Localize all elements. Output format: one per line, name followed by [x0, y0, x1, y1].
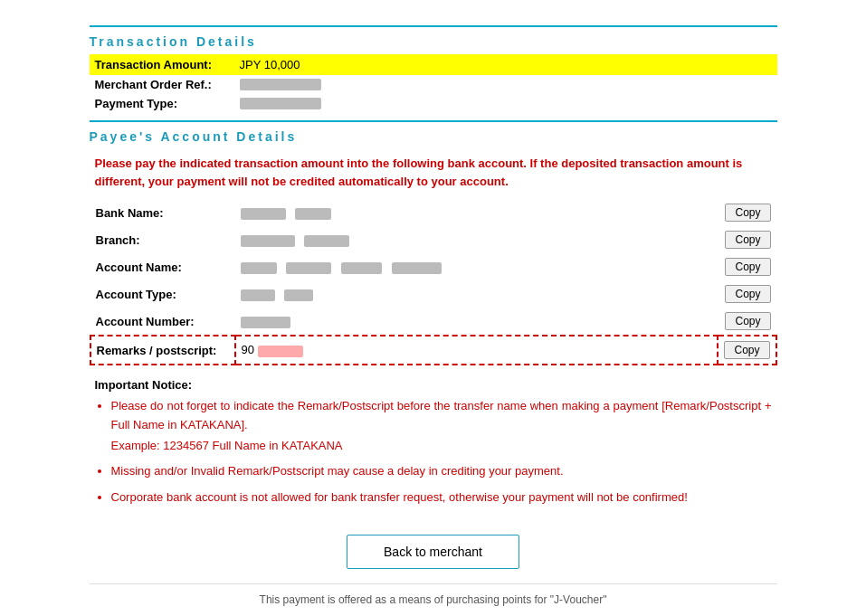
notice-item-1: Please do not forget to indicate the Rem…	[111, 397, 772, 455]
notice-example-1: Example: 1234567 Full Name in KATAKANA	[111, 437, 772, 456]
back-btn-container: Back to merchant	[90, 535, 777, 569]
merchant-order-label: Merchant Order Ref.:	[95, 78, 240, 91]
account-number-value	[235, 308, 718, 336]
account-name-label: Account Name:	[90, 253, 235, 280]
bank-name-copy-button[interactable]: Copy	[725, 204, 770, 222]
section1-title: Transaction Details	[90, 34, 777, 49]
notice-item-2: Missing and/or Invalid Remark/Postscript…	[111, 462, 772, 481]
section2-title: Payee's Account Details	[90, 129, 777, 144]
account-number-copy-button[interactable]: Copy	[725, 312, 770, 330]
notice-text-1: Please do not forget to indicate the Rem…	[111, 399, 772, 431]
notice-item-3: Corporate bank account is not allowed fo…	[111, 488, 772, 507]
warning-text: Please pay the indicated transaction amo…	[95, 155, 772, 190]
remarks-copy-button[interactable]: Copy	[724, 341, 769, 359]
branch-copy-button[interactable]: Copy	[725, 231, 770, 249]
bank-name-copy-cell: Copy	[718, 199, 776, 226]
notice-text-3: Corporate bank account is not allowed fo…	[111, 490, 688, 504]
account-number-label: Account Number:	[90, 308, 235, 336]
remarks-copy-cell: Copy	[718, 336, 776, 365]
back-to-merchant-button[interactable]: Back to merchant	[347, 535, 519, 569]
transaction-amount-label: Transaction Amount:	[95, 58, 240, 71]
branch-label: Branch:	[90, 226, 235, 253]
account-type-copy-cell: Copy	[718, 280, 776, 308]
footer-text: This payment is offered as a means of pu…	[90, 583, 777, 606]
account-type-label: Account Type:	[90, 280, 235, 308]
middle-divider	[90, 120, 777, 122]
merchant-order-row: Merchant Order Ref.:	[90, 75, 777, 94]
merchant-order-value	[240, 79, 321, 90]
account-name-value	[235, 253, 718, 280]
account-type-row: Account Type: Copy	[90, 280, 776, 308]
bank-name-row: Bank Name: Copy	[90, 199, 776, 226]
payment-type-label: Payment Type:	[95, 97, 240, 110]
payment-type-row: Payment Type:	[90, 94, 777, 113]
transaction-amount-value: JPY 10,000	[240, 58, 300, 71]
bank-name-value	[235, 199, 718, 226]
branch-row: Branch: Copy	[90, 226, 776, 253]
account-name-copy-button[interactable]: Copy	[725, 258, 770, 276]
notice-list: Please do not forget to indicate the Rem…	[111, 397, 772, 507]
account-name-row: Account Name: Copy	[90, 253, 776, 280]
account-number-row: Account Number: Copy	[90, 308, 776, 336]
important-notice-label: Important Notice:	[95, 378, 772, 392]
account-name-copy-cell: Copy	[718, 253, 776, 280]
account-details-table: Bank Name: Copy Branch: Copy Account Nam	[90, 199, 777, 365]
top-divider	[90, 25, 777, 27]
account-number-copy-cell: Copy	[718, 308, 776, 336]
remarks-row: Remarks / postscript: 90 Copy	[90, 336, 776, 365]
branch-value	[235, 226, 718, 253]
branch-copy-cell: Copy	[718, 226, 776, 253]
account-type-value	[235, 280, 718, 308]
account-type-copy-button[interactable]: Copy	[725, 285, 770, 303]
transaction-amount-row: Transaction Amount: JPY 10,000	[90, 54, 777, 75]
payment-type-value	[240, 98, 321, 109]
remarks-value: 90	[235, 336, 718, 365]
main-container: Transaction Details Transaction Amount: …	[90, 18, 777, 606]
notice-text-2: Missing and/or Invalid Remark/Postscript…	[111, 464, 564, 478]
bank-name-label: Bank Name:	[90, 199, 235, 226]
remarks-label: Remarks / postscript:	[90, 336, 235, 365]
